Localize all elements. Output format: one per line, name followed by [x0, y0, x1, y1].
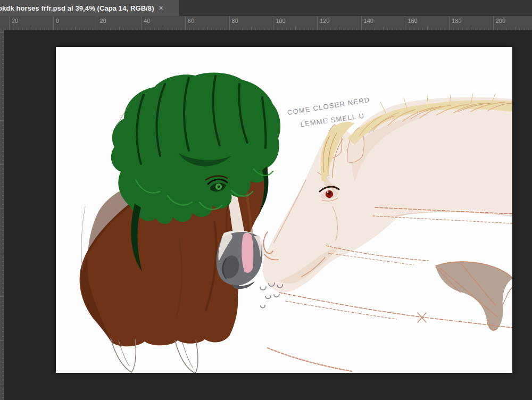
ruler-tick [22, 28, 23, 30]
ruler-tick [2, 323, 4, 323]
ruler-tick [2, 160, 4, 161]
ruler-tick [220, 28, 221, 30]
ruler-tick [2, 182, 4, 182]
ruler-tick [176, 28, 177, 30]
ruler-tick [93, 28, 93, 30]
ruler-tick [203, 28, 203, 30]
ruler-major-tick [405, 16, 405, 30]
ruler-major-tick [97, 16, 97, 30]
ruler-tick [286, 28, 287, 30]
ruler-tick [2, 217, 4, 218]
ruler-tick [163, 27, 163, 30]
ruler-tick [2, 191, 4, 191]
horizontal-ruler[interactable]: 20020406080100120140160180200 [0, 16, 532, 30]
ruler-label: 0 [56, 18, 59, 24]
ruler-tick [418, 28, 419, 30]
ruler-tick [216, 28, 217, 30]
ruler-tick [2, 59, 4, 60]
ruler-tick [2, 244, 4, 244]
ruler-tick [480, 28, 480, 30]
vertical-ruler[interactable] [0, 30, 4, 400]
ruler-tick [145, 28, 146, 30]
ruler-major-tick [185, 16, 186, 30]
ruler-tick [392, 28, 393, 30]
ruler-tick [2, 147, 4, 147]
ruler-tick [467, 28, 467, 30]
ruler-tick [211, 28, 212, 30]
horse-artwork [56, 47, 512, 373]
ruler-major-tick [273, 16, 273, 30]
ruler-tick [2, 156, 4, 156]
ruler-tick [0, 209, 4, 209]
ruler-tick [5, 28, 5, 30]
ruler-label: 200 [496, 18, 505, 24]
ruler-tick [57, 28, 58, 30]
ruler-tick [2, 279, 4, 279]
ruler-tick [2, 222, 4, 222]
ruler-tick [2, 274, 4, 275]
close-icon[interactable]: × [159, 4, 163, 12]
ruler-tick [2, 112, 4, 112]
ruler-tick [502, 28, 502, 30]
ruler-tick [2, 319, 4, 319]
ruler-tick [300, 28, 300, 30]
ruler-tick [515, 27, 516, 30]
document-tab[interactable]: bkdk horses frfr.psd al 39,4% (Capa 14, … [0, 0, 179, 16]
ruler-tick [132, 28, 133, 30]
ruler-label: 140 [364, 18, 373, 24]
ruler-tick [462, 28, 463, 30]
ruler-tick [181, 28, 181, 30]
ruler-tick [304, 28, 304, 30]
ruler-tick [0, 120, 4, 121]
ruler-tick [401, 28, 401, 30]
ruler-major-tick [9, 16, 10, 30]
ruler-tick [123, 28, 124, 30]
ruler-tick [2, 204, 4, 205]
ruler-tick [2, 103, 4, 103]
ruler-tick [387, 28, 388, 30]
ruler-tick [2, 257, 4, 257]
ruler-tick [269, 28, 269, 30]
ruler-tick [0, 164, 4, 165]
ruler-tick [414, 28, 414, 30]
document-canvas[interactable]: COME CLOSER NERD LEMME SMELL U [56, 47, 512, 373]
ruler-tick [506, 28, 507, 30]
ruler-tick [18, 28, 19, 30]
ruler-tick [471, 27, 471, 30]
ruler-label: 120 [320, 18, 329, 24]
ruler-tick [255, 28, 256, 30]
document-tab-bar: bkdk horses frfr.psd al 39,4% (Capa 14, … [0, 0, 532, 16]
ruler-tick [278, 28, 278, 30]
ruler-tick [2, 143, 4, 143]
ruler-tick [119, 27, 120, 30]
ruler-tick [31, 27, 31, 30]
ruler-tick [476, 28, 476, 30]
ruler-tick [154, 28, 155, 30]
ruler-tick [150, 28, 151, 30]
ruler-tick [159, 28, 159, 30]
ruler-tick [488, 28, 489, 30]
ruler-tick [115, 28, 115, 30]
ruler-tick [2, 310, 4, 310]
ruler-tick [348, 28, 348, 30]
ruler-major-tick [141, 16, 142, 30]
ruler-tick [308, 28, 309, 30]
ruler-tick [66, 28, 67, 30]
ruler-tick [365, 28, 366, 30]
ruler-tick [27, 28, 27, 30]
ruler-tick [2, 248, 4, 248]
ruler-tick [326, 28, 326, 30]
ruler-label: 100 [276, 18, 285, 24]
ruler-tick [339, 27, 339, 30]
ruler-tick [168, 28, 168, 30]
ruler-tick [431, 28, 432, 30]
ruler-tick [458, 28, 459, 30]
ruler-tick [374, 28, 375, 30]
ruler-tick [524, 28, 525, 30]
ruler-tick [0, 77, 4, 77]
ruler-tick [383, 27, 384, 30]
ruler-tick [2, 301, 4, 302]
ruler-tick [128, 28, 128, 30]
ruler-tick [321, 28, 322, 30]
ruler-tick [2, 331, 4, 332]
